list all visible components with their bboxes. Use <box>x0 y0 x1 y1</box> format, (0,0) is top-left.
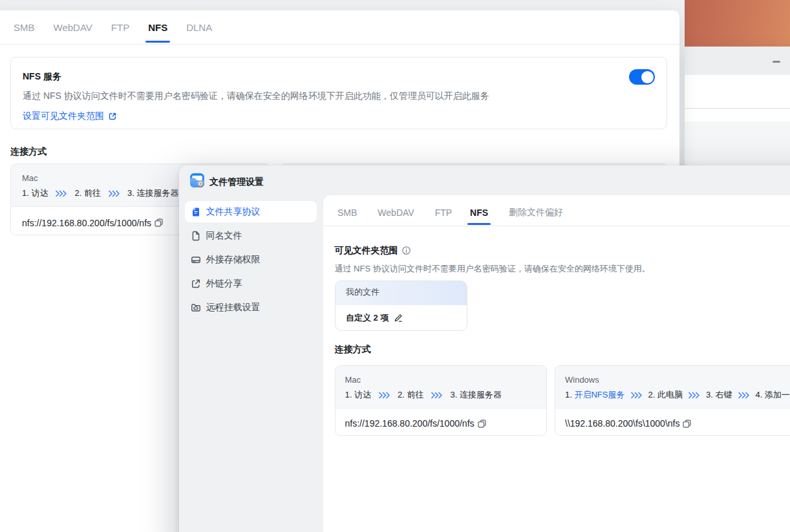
tab-ftp[interactable]: FTP <box>111 10 129 44</box>
external-link-icon <box>108 112 117 121</box>
sidebar-item-external-storage-permission[interactable]: 外接存储权限 <box>185 249 317 270</box>
sidebar-item-label: 同名文件 <box>206 230 242 242</box>
step-1: 1. 访达 <box>345 388 371 401</box>
nfs-service-description: 通过 NFS 协议访问文件时不需要用户名密码验证，请确保在安全的网络环境下开启此… <box>23 89 655 102</box>
copy-icon[interactable] <box>154 218 164 228</box>
chevron-right-icon <box>431 392 442 399</box>
chevron-right-icon <box>379 392 390 399</box>
tab-nfs[interactable]: NFS <box>148 10 167 44</box>
folder-scope-header: 我的文件 <box>336 281 467 305</box>
step-1: 1. 开启NFS服务 <box>565 388 625 401</box>
chevron-right-icon <box>56 190 67 197</box>
dialog-tab-ftp[interactable]: FTP <box>435 199 452 226</box>
dialog-content-panel: SMB WebDAV FTP NFS 删除文件偏好 可见文件夹范围 通过 NFS… <box>323 195 790 532</box>
nfs-address: nfs://192.168.80.200/fs/1000/nfs <box>345 417 475 430</box>
sidebar-item-external-link-share[interactable]: 外链分享 <box>185 273 317 294</box>
file-icon <box>191 231 201 241</box>
sidebar-item-label: 外接存储权限 <box>206 254 261 266</box>
connection-method-title: 连接方式 <box>335 343 371 356</box>
connection-method-title: 连接方式 <box>10 145 47 158</box>
tab-dlna[interactable]: DLNA <box>186 10 212 44</box>
folder-scope-box: 我的文件 自定义 2 项 <box>335 281 467 331</box>
set-visible-folder-label: 设置可见文件夹范围 <box>23 111 104 122</box>
right-window-content-gap <box>685 109 790 122</box>
sidebar-item-same-name-files[interactable]: 同名文件 <box>185 225 317 246</box>
nfs-address: nfs://192.168.80.200/fs/1000/nfs <box>22 217 151 229</box>
connection-steps: 1. 访达 2. 前往 3. 连接服务器 <box>345 388 537 401</box>
copy-icon[interactable] <box>682 419 692 429</box>
nfs-address: \\192.168.80.200\fs\1000\nfs <box>565 417 679 430</box>
set-visible-folder-link[interactable]: 设置可见文件夹范围 <box>23 111 655 122</box>
connection-steps: 1. 开启NFS服务 2. 此电脑 3. 右键 4. 添加一个网络位置 <box>565 388 790 401</box>
step-2: 2. 此电脑 <box>648 388 682 401</box>
nfs-service-title: NFS 服务 <box>23 71 61 83</box>
dialog-tab-delete-preference[interactable]: 删除文件偏好 <box>509 199 563 226</box>
step-3: 3. 右键 <box>706 388 732 401</box>
edit-icon[interactable] <box>394 314 403 323</box>
platform-label: Windows <box>565 374 790 386</box>
right-window-titlebar <box>685 47 790 75</box>
folder-scope-value: 自定义 2 项 <box>346 312 389 324</box>
sidebar-item-file-sharing-protocol[interactable]: 文件共享协议 <box>185 201 317 222</box>
step-1-number: 1. <box>565 390 574 399</box>
toggle-knob <box>641 71 654 83</box>
step-2: 2. 前往 <box>74 187 100 200</box>
minimize-icon[interactable] <box>773 61 780 63</box>
sidebar-item-label: 外链分享 <box>206 278 242 290</box>
step-3: 3. 连接服务器 <box>127 187 178 200</box>
visible-folder-scope-description: 通过 NFS 协议访问文件时不需要用户名密码验证，请确保在安全的网络环境下使用。 <box>335 262 650 275</box>
platform-label: Mac <box>345 374 537 386</box>
chevron-right-icon <box>109 190 120 197</box>
chevron-right-icon <box>738 392 749 399</box>
desktop-wallpaper <box>685 0 790 47</box>
share-icon <box>191 279 201 289</box>
step-1: 1. 访达 <box>22 187 48 200</box>
nfs-service-card: NFS 服务 通过 NFS 协议访问文件时不需要用户名密码验证，请确保在安全的网… <box>10 57 667 129</box>
tab-smb[interactable]: SMB <box>14 10 35 44</box>
document-icon <box>191 207 201 217</box>
dialog-tab-smb[interactable]: SMB <box>337 199 357 226</box>
windows-connection-card: Windows 1. 开启NFS服务 2. 此电脑 3. 右键 4. 添加一个网… <box>555 365 790 436</box>
sidebar-item-remote-mount-settings[interactable]: 远程挂载设置 <box>185 297 317 318</box>
chevron-right-icon <box>631 392 642 399</box>
step-3: 3. 连接服务器 <box>450 388 501 401</box>
mac-connection-card: Mac 1. 访达 2. 前往 3. 连接服务器 nfs://192.168.8… <box>335 365 548 436</box>
dialog-title: 文件管理设置 <box>209 175 264 189</box>
dialog-header: 文件管理设置 <box>179 165 790 195</box>
copy-icon[interactable] <box>477 419 487 429</box>
dialog-tab-webdav[interactable]: WebDAV <box>378 199 414 226</box>
enable-nfs-service-link[interactable]: 开启NFS服务 <box>574 390 625 399</box>
folder-cloud-icon <box>191 303 201 313</box>
visible-folder-scope-title: 可见文件夹范围 <box>335 244 398 257</box>
info-icon[interactable] <box>402 246 411 255</box>
dialog-sidebar: 文件共享协议 同名文件 外接存储权限 外链分享 远程挂载设置 <box>185 201 317 321</box>
step-4: 4. 添加一个网络位置 <box>755 388 790 401</box>
dialog-tabbar: SMB WebDAV FTP NFS 删除文件偏好 <box>323 195 790 226</box>
nfs-service-toggle[interactable] <box>629 69 655 85</box>
file-management-settings-dialog: 文件管理设置 文件共享协议 同名文件 外接存储权限 外链分享 远程挂载设置 SM… <box>179 165 790 532</box>
dialog-tab-nfs[interactable]: NFS <box>470 199 488 226</box>
sidebar-item-label: 文件共享协议 <box>206 206 261 218</box>
chevron-right-icon <box>689 392 699 399</box>
file-manager-app-icon <box>189 173 205 188</box>
protocol-tabbar: SMB WebDAV FTP NFS DLNA <box>0 10 679 45</box>
step-2: 2. 前往 <box>398 388 423 401</box>
drive-icon <box>191 255 201 265</box>
sidebar-item-label: 远程挂载设置 <box>206 302 261 314</box>
right-window-toolbar-area <box>685 75 790 109</box>
tab-webdav[interactable]: WebDAV <box>54 10 92 44</box>
